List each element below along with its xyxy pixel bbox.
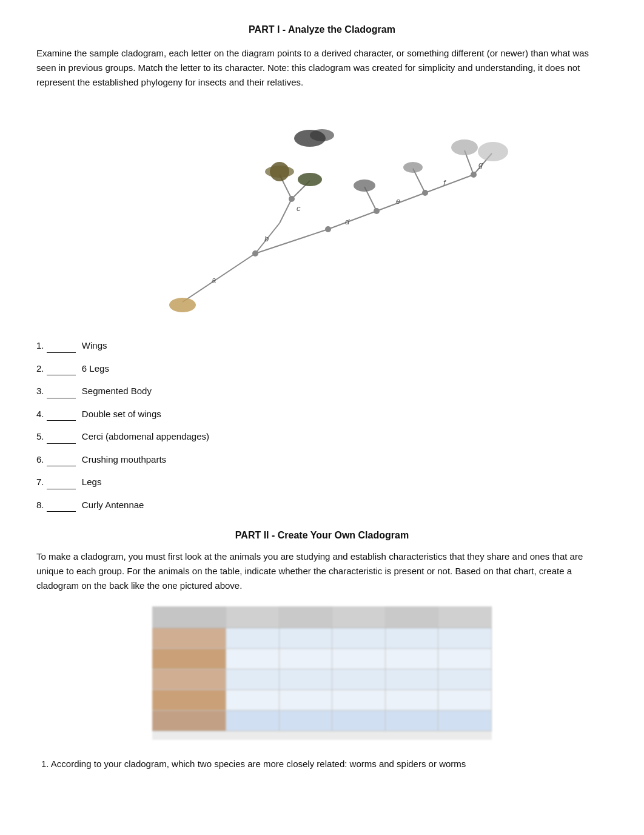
svg-point-23: [478, 142, 508, 161]
question-num: 2.: [36, 363, 44, 374]
svg-point-24: [252, 250, 258, 257]
question-num: 6.: [36, 454, 44, 464]
blank-2: [47, 361, 76, 376]
final-question: 1. According to your cladogram, which tw…: [36, 757, 608, 771]
question-item-4: 4. Double set of wings: [36, 407, 608, 421]
svg-line-4: [328, 211, 377, 229]
question-label-1: Wings: [82, 340, 107, 350]
svg-line-2: [280, 199, 292, 223]
question-label-6: Crushing mouthparts: [82, 454, 166, 464]
part2-paragraph: To make a cladogram, you must first look…: [36, 549, 608, 593]
question-label-5: Cerci (abdomenal appendages): [82, 431, 209, 441]
svg-point-27: [374, 208, 380, 214]
svg-point-13: [169, 298, 196, 312]
svg-text:d: d: [345, 217, 350, 226]
blank-4: [47, 407, 76, 421]
question-num: 8.: [36, 500, 44, 510]
question-item-7: 7. Legs: [36, 475, 608, 489]
question-label-7: Legs: [82, 477, 102, 487]
svg-text:g: g: [478, 160, 483, 169]
blank-6: [47, 452, 76, 467]
blank-7: [47, 475, 76, 489]
question-label-3: Segmented Body: [82, 386, 152, 396]
question-item-8: 8. Curly Antennae: [36, 498, 608, 512]
svg-point-28: [422, 190, 428, 196]
question-item-5: 5. Cerci (abdomenal appendages): [36, 429, 608, 444]
svg-text:c: c: [297, 204, 301, 213]
svg-text:b: b: [264, 234, 269, 243]
part1-title: PART I - Analyze the Cladogram: [36, 24, 608, 35]
question-item-6: 6. Crushing mouthparts: [36, 452, 608, 467]
svg-line-6: [425, 175, 474, 193]
question-item-1: 1. Wings: [36, 338, 608, 353]
question-label-2: 6 Legs: [82, 363, 109, 374]
svg-point-20: [354, 179, 375, 192]
svg-text:e: e: [396, 196, 400, 206]
question-item-3: 3. Segmented Body: [36, 384, 608, 398]
cladogram-image: a b c d e f g: [134, 102, 510, 320]
svg-point-17: [298, 173, 322, 186]
question-num: 1.: [36, 340, 44, 350]
svg-point-21: [403, 162, 423, 173]
svg-line-0: [183, 253, 255, 302]
blank-3: [47, 384, 76, 398]
data-table-area: [36, 606, 608, 740]
question-label-8: Curly Antennae: [82, 500, 144, 510]
question-num: 4.: [36, 409, 44, 419]
cladogram-container: a b c d e f g: [36, 102, 608, 320]
question-num: 3.: [36, 386, 44, 396]
blank-8: [47, 498, 76, 512]
blurred-table: [152, 606, 492, 740]
question-item-2: 2. 6 Legs: [36, 361, 608, 376]
svg-point-16: [265, 166, 294, 178]
svg-point-29: [471, 172, 477, 178]
questions-list: 1. Wings 2. 6 Legs 3. Segmented Body 4. …: [36, 338, 608, 512]
svg-text:a: a: [212, 275, 216, 284]
blank-5: [47, 429, 76, 444]
part2-title: PART II - Create Your Own Cladogram: [36, 530, 608, 541]
svg-point-19: [310, 129, 334, 141]
svg-text:f: f: [443, 178, 446, 187]
question-num: 5.: [36, 431, 44, 441]
intro-paragraph: Examine the sample cladogram, each lette…: [36, 46, 608, 90]
svg-point-26: [325, 226, 331, 232]
question-label-4: Double set of wings: [82, 409, 161, 419]
question-num: 7.: [36, 477, 44, 487]
blank-1: [47, 338, 76, 353]
svg-point-25: [289, 196, 295, 202]
svg-line-5: [377, 193, 425, 211]
svg-point-22: [451, 139, 478, 155]
